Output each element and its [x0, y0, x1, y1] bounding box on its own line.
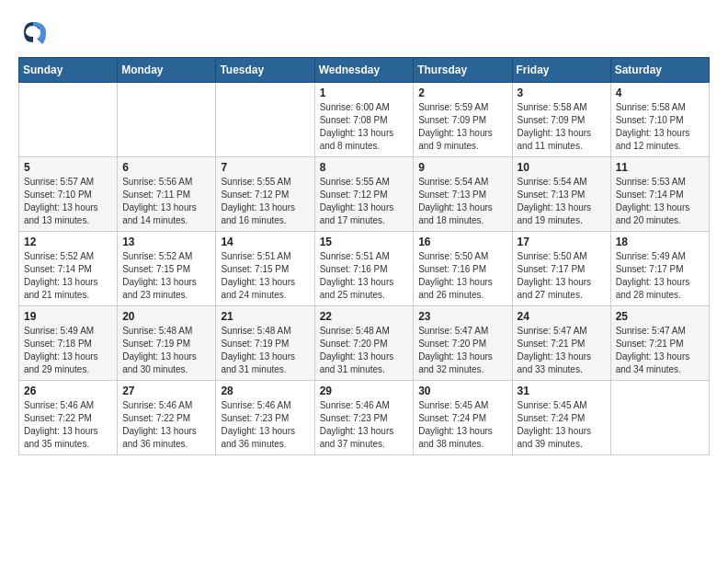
day-info: Sunrise: 5:48 AM Sunset: 7:19 PM Dayligh…	[221, 325, 309, 376]
day-number: 7	[221, 161, 309, 174]
day-cell	[216, 83, 314, 157]
calendar-body: 1Sunrise: 6:00 AM Sunset: 7:08 PM Daylig…	[19, 83, 710, 455]
header-cell-wednesday: Wednesday	[314, 58, 414, 83]
logo	[18, 18, 51, 48]
logo-icon	[18, 18, 48, 48]
calendar-header: SundayMondayTuesdayWednesdayThursdayFrid…	[19, 58, 710, 83]
day-info: Sunrise: 5:52 AM Sunset: 7:15 PM Dayligh…	[122, 250, 210, 302]
day-cell: 4Sunrise: 5:58 AM Sunset: 7:10 PM Daylig…	[610, 83, 709, 157]
header-cell-monday: Monday	[118, 58, 216, 83]
day-number: 4	[616, 86, 704, 99]
day-number: 25	[616, 310, 704, 323]
day-cell: 3Sunrise: 5:58 AM Sunset: 7:09 PM Daylig…	[512, 83, 610, 157]
day-cell: 19Sunrise: 5:49 AM Sunset: 7:18 PM Dayli…	[19, 306, 118, 381]
header-cell-tuesday: Tuesday	[216, 58, 314, 83]
calendar-table: SundayMondayTuesdayWednesdayThursdayFrid…	[18, 57, 710, 455]
day-cell: 30Sunrise: 5:45 AM Sunset: 7:24 PM Dayli…	[414, 381, 512, 455]
day-cell: 10Sunrise: 5:54 AM Sunset: 7:13 PM Dayli…	[512, 157, 610, 232]
day-info: Sunrise: 5:58 AM Sunset: 7:09 PM Dayligh…	[518, 101, 606, 153]
day-number: 17	[518, 236, 606, 248]
day-cell: 28Sunrise: 5:46 AM Sunset: 7:23 PM Dayli…	[216, 381, 314, 455]
day-number: 26	[24, 385, 112, 397]
day-cell: 16Sunrise: 5:50 AM Sunset: 7:16 PM Dayli…	[414, 232, 512, 306]
day-number: 13	[122, 236, 210, 248]
day-number: 24	[518, 310, 606, 323]
week-row-4: 19Sunrise: 5:49 AM Sunset: 7:18 PM Dayli…	[19, 306, 710, 381]
day-cell: 13Sunrise: 5:52 AM Sunset: 7:15 PM Dayli…	[118, 232, 216, 306]
day-info: Sunrise: 5:50 AM Sunset: 7:16 PM Dayligh…	[418, 250, 506, 302]
day-info: Sunrise: 5:46 AM Sunset: 7:22 PM Dayligh…	[24, 399, 112, 451]
header-row: SundayMondayTuesdayWednesdayThursdayFrid…	[19, 58, 710, 83]
day-number: 15	[320, 236, 409, 248]
day-cell: 24Sunrise: 5:47 AM Sunset: 7:21 PM Dayli…	[512, 306, 610, 381]
day-info: Sunrise: 5:51 AM Sunset: 7:16 PM Dayligh…	[320, 250, 409, 302]
day-number: 9	[418, 161, 506, 174]
day-cell: 26Sunrise: 5:46 AM Sunset: 7:22 PM Dayli…	[19, 381, 118, 455]
day-info: Sunrise: 5:56 AM Sunset: 7:11 PM Dayligh…	[122, 176, 210, 227]
day-number: 27	[122, 385, 210, 397]
day-info: Sunrise: 5:50 AM Sunset: 7:17 PM Dayligh…	[518, 250, 606, 302]
day-number: 8	[320, 161, 409, 174]
day-cell: 7Sunrise: 5:55 AM Sunset: 7:12 PM Daylig…	[216, 157, 314, 232]
day-cell: 21Sunrise: 5:48 AM Sunset: 7:19 PM Dayli…	[216, 306, 314, 381]
header-cell-friday: Friday	[512, 58, 610, 83]
day-cell: 5Sunrise: 5:57 AM Sunset: 7:10 PM Daylig…	[19, 157, 118, 232]
day-cell: 22Sunrise: 5:48 AM Sunset: 7:20 PM Dayli…	[314, 306, 414, 381]
day-cell: 11Sunrise: 5:53 AM Sunset: 7:14 PM Dayli…	[610, 157, 709, 232]
day-number: 19	[24, 310, 112, 323]
header-cell-sunday: Sunday	[19, 58, 118, 83]
day-info: Sunrise: 5:55 AM Sunset: 7:12 PM Dayligh…	[221, 176, 309, 227]
day-cell: 23Sunrise: 5:47 AM Sunset: 7:20 PM Dayli…	[414, 306, 512, 381]
day-number: 11	[616, 161, 704, 174]
day-number: 28	[221, 385, 309, 397]
day-cell: 17Sunrise: 5:50 AM Sunset: 7:17 PM Dayli…	[512, 232, 610, 306]
day-cell: 14Sunrise: 5:51 AM Sunset: 7:15 PM Dayli…	[216, 232, 314, 306]
day-cell: 1Sunrise: 6:00 AM Sunset: 7:08 PM Daylig…	[314, 83, 414, 157]
day-cell	[118, 83, 216, 157]
week-row-5: 26Sunrise: 5:46 AM Sunset: 7:22 PM Dayli…	[19, 381, 710, 455]
day-info: Sunrise: 5:47 AM Sunset: 7:21 PM Dayligh…	[616, 325, 704, 376]
day-info: Sunrise: 5:49 AM Sunset: 7:17 PM Dayligh…	[616, 250, 704, 302]
day-cell	[19, 83, 118, 157]
week-row-3: 12Sunrise: 5:52 AM Sunset: 7:14 PM Dayli…	[19, 232, 710, 306]
day-info: Sunrise: 5:46 AM Sunset: 7:23 PM Dayligh…	[221, 399, 309, 451]
day-number: 30	[418, 385, 506, 397]
day-cell: 9Sunrise: 5:54 AM Sunset: 7:13 PM Daylig…	[414, 157, 512, 232]
day-number: 14	[221, 236, 309, 248]
day-info: Sunrise: 5:51 AM Sunset: 7:15 PM Dayligh…	[221, 250, 309, 302]
day-number: 10	[518, 161, 606, 174]
day-number: 5	[24, 161, 112, 174]
day-info: Sunrise: 5:46 AM Sunset: 7:22 PM Dayligh…	[122, 399, 210, 451]
day-info: Sunrise: 5:49 AM Sunset: 7:18 PM Dayligh…	[24, 325, 112, 376]
day-info: Sunrise: 5:54 AM Sunset: 7:13 PM Dayligh…	[418, 176, 506, 227]
day-number: 29	[320, 385, 409, 397]
day-info: Sunrise: 5:57 AM Sunset: 7:10 PM Dayligh…	[24, 176, 112, 227]
day-info: Sunrise: 5:59 AM Sunset: 7:09 PM Dayligh…	[418, 101, 506, 153]
day-cell	[610, 381, 709, 455]
day-info: Sunrise: 5:48 AM Sunset: 7:19 PM Dayligh…	[122, 325, 210, 376]
week-row-2: 5Sunrise: 5:57 AM Sunset: 7:10 PM Daylig…	[19, 157, 710, 232]
day-info: Sunrise: 5:45 AM Sunset: 7:24 PM Dayligh…	[518, 399, 606, 451]
day-number: 1	[320, 86, 409, 99]
day-number: 31	[518, 385, 606, 397]
day-cell: 25Sunrise: 5:47 AM Sunset: 7:21 PM Dayli…	[610, 306, 709, 381]
page-header	[18, 18, 710, 48]
day-cell: 18Sunrise: 5:49 AM Sunset: 7:17 PM Dayli…	[610, 232, 709, 306]
day-cell: 8Sunrise: 5:55 AM Sunset: 7:12 PM Daylig…	[314, 157, 414, 232]
header-cell-saturday: Saturday	[610, 58, 709, 83]
day-cell: 27Sunrise: 5:46 AM Sunset: 7:22 PM Dayli…	[118, 381, 216, 455]
day-info: Sunrise: 5:53 AM Sunset: 7:14 PM Dayligh…	[616, 176, 704, 227]
day-number: 20	[122, 310, 210, 323]
day-info: Sunrise: 5:52 AM Sunset: 7:14 PM Dayligh…	[24, 250, 112, 302]
day-cell: 6Sunrise: 5:56 AM Sunset: 7:11 PM Daylig…	[118, 157, 216, 232]
day-cell: 15Sunrise: 5:51 AM Sunset: 7:16 PM Dayli…	[314, 232, 414, 306]
day-info: Sunrise: 5:47 AM Sunset: 7:20 PM Dayligh…	[418, 325, 506, 376]
day-info: Sunrise: 5:46 AM Sunset: 7:23 PM Dayligh…	[320, 399, 409, 451]
day-number: 18	[616, 236, 704, 248]
day-number: 6	[122, 161, 210, 174]
day-cell: 31Sunrise: 5:45 AM Sunset: 7:24 PM Dayli…	[512, 381, 610, 455]
day-number: 12	[24, 236, 112, 248]
day-info: Sunrise: 5:58 AM Sunset: 7:10 PM Dayligh…	[616, 101, 704, 153]
day-number: 2	[418, 86, 506, 99]
header-cell-thursday: Thursday	[414, 58, 512, 83]
